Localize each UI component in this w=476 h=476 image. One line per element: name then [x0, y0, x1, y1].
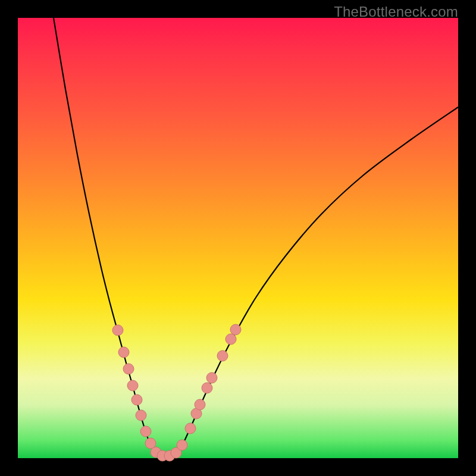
plot-area: [18, 18, 458, 458]
data-dot: [202, 383, 212, 393]
data-dot: [140, 426, 151, 437]
data-dot: [217, 350, 228, 361]
bottleneck-curve: [54, 18, 458, 456]
data-dot: [112, 325, 123, 336]
data-dot: [127, 380, 138, 391]
data-dot: [118, 347, 129, 358]
data-dot: [230, 324, 241, 335]
curve-svg: [18, 18, 458, 458]
data-dot: [131, 394, 142, 405]
data-dot: [185, 423, 196, 434]
data-dot: [226, 334, 236, 345]
watermark-text: TheBottleneck.com: [334, 4, 458, 20]
data-dot: [123, 364, 134, 374]
data-dot: [136, 410, 146, 421]
chart-frame: TheBottleneck.com: [0, 0, 476, 476]
data-dot: [195, 399, 205, 410]
data-dots: [112, 324, 241, 461]
data-dot: [206, 372, 217, 383]
data-dot: [177, 440, 187, 450]
